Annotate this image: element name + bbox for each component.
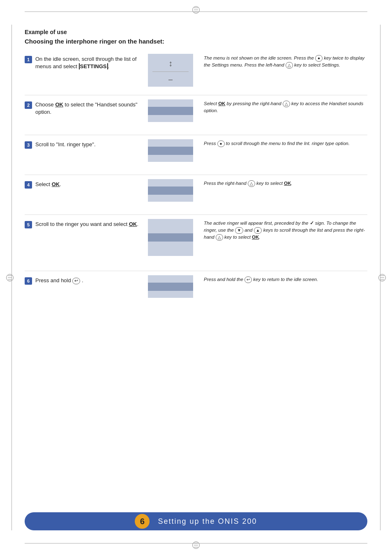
- separator-1: [25, 95, 367, 95]
- step-4-screen: [148, 179, 193, 202]
- step-5-left: 5 Scroll to the ringer you want and sele…: [25, 218, 144, 263]
- screen-row-3: [148, 147, 193, 155]
- ok-note-2: OK: [218, 101, 225, 106]
- step-6-number: 6: [25, 277, 32, 285]
- key-nav-1: ●: [315, 55, 323, 62]
- end-key-note-6: ↩: [244, 276, 252, 283]
- separator-5: [25, 271, 367, 271]
- step-6-screen: [148, 275, 193, 298]
- step-row-2: 2 Choose OK to select the "Handset sound…: [25, 99, 367, 127]
- settings-key-1: SETTINGS: [79, 63, 108, 69]
- footer-number: 6: [135, 514, 150, 529]
- step-row-1: 1 On the idle screen, scroll through the…: [25, 53, 367, 88]
- step-5-right: The active ringer will appear first, pre…: [197, 218, 367, 263]
- reg-mark-left: [6, 274, 14, 282]
- step-3-screen: [148, 139, 193, 162]
- step-row-6: 6 Press and hold ↩ . Press and hold the …: [25, 274, 367, 303]
- heading-example: Example of use: [25, 29, 367, 35]
- step-3-mid: [144, 138, 197, 167]
- ok-key-5: OK: [129, 221, 137, 227]
- step-6-text: Press and hold ↩ .: [35, 277, 140, 284]
- step-2-screen: [148, 99, 193, 122]
- step-5-text: Scroll to the ringer you want and select…: [35, 221, 140, 228]
- end-key-6: ↩: [72, 278, 80, 284]
- separator-3: [25, 175, 367, 175]
- step-5-number: 5: [25, 221, 32, 228]
- reg-mark-right: [378, 274, 386, 282]
- step-row-3: 3 Scroll to "Int. ringer type". Press ● …: [25, 138, 367, 167]
- step-3-number: 3: [25, 141, 32, 149]
- step-1-screen: ↕ –: [148, 54, 193, 87]
- screen-row-6: [148, 283, 193, 291]
- key-right-4: △: [248, 180, 255, 187]
- steps-container: 1 On the idle screen, scroll through the…: [25, 53, 367, 307]
- step-row-5: 5 Scroll to the ringer you want and sele…: [25, 218, 367, 263]
- step-1-left: 1 On the idle screen, scroll through the…: [25, 53, 144, 88]
- step-4-text: Select OK.: [35, 181, 140, 188]
- reg-mark-top: [192, 6, 200, 14]
- key-right-5: △: [216, 234, 223, 241]
- step-2-text: Choose OK to select the "Handset sounds"…: [35, 101, 140, 116]
- step-1-text: On the idle screen, scroll through the l…: [35, 55, 140, 70]
- step-2-mid: [144, 99, 197, 127]
- step-3-left: 3 Scroll to "Int. ringer type".: [25, 138, 144, 167]
- step-6-right: Press and hold the ↩ key to return to th…: [197, 274, 367, 303]
- step-3-right: Press ● to scroll through the menu to fi…: [197, 138, 367, 167]
- step-1-right: The menu is not shown on the idle screen…: [197, 53, 367, 88]
- key-right-2: △: [283, 101, 290, 107]
- ok-note-5: OK: [252, 235, 259, 240]
- step-4-number: 4: [25, 181, 32, 189]
- step-4-mid: [144, 178, 197, 207]
- screen-row-5a: [148, 233, 193, 242]
- step-2-number: 2: [25, 101, 32, 109]
- step-2-left: 2 Choose OK to select the "Handset sound…: [25, 99, 144, 127]
- footer-bar: 6 Setting up the ONIS 200: [25, 512, 367, 530]
- key-up-5: ▲: [254, 227, 262, 234]
- step-5-mid: [144, 218, 197, 263]
- separator-4: [25, 214, 367, 215]
- ok-key-2: OK: [55, 101, 63, 108]
- screen-row-2: [148, 107, 193, 115]
- step-row-4: 4 Select OK. Press the right-hand △ key …: [25, 178, 367, 207]
- step-6-left: 6 Press and hold ↩ .: [25, 274, 144, 303]
- key-down-5: ▼: [235, 227, 243, 234]
- main-content: Example of use Choosing the interphone r…: [25, 29, 367, 473]
- step-4-left: 4 Select OK.: [25, 178, 144, 207]
- step-2-right: Select OK by pressing the right-hand △ k…: [197, 99, 367, 127]
- step-3-text: Scroll to "Int. ringer type".: [35, 141, 140, 148]
- ok-key-4: OK: [52, 181, 60, 187]
- separator-2: [25, 135, 367, 135]
- key-left-1: △: [286, 62, 293, 69]
- step-6-mid: [144, 274, 197, 303]
- step-5-screen: [148, 219, 193, 256]
- step-1-mid: ↕ –: [144, 53, 197, 88]
- heading-choosing: Choosing the interphone ringer on the ha…: [25, 38, 367, 45]
- ok-note-4: OK: [284, 181, 291, 186]
- step-4-right: Press the right-hand △ key to select OK.: [197, 178, 367, 207]
- screen-row-4: [148, 187, 193, 195]
- step-1-number: 1: [25, 56, 32, 63]
- footer-text: Setting up the ONIS 200: [158, 517, 257, 526]
- key-nav-3: ●: [217, 140, 225, 147]
- reg-mark-bottom: [192, 541, 200, 549]
